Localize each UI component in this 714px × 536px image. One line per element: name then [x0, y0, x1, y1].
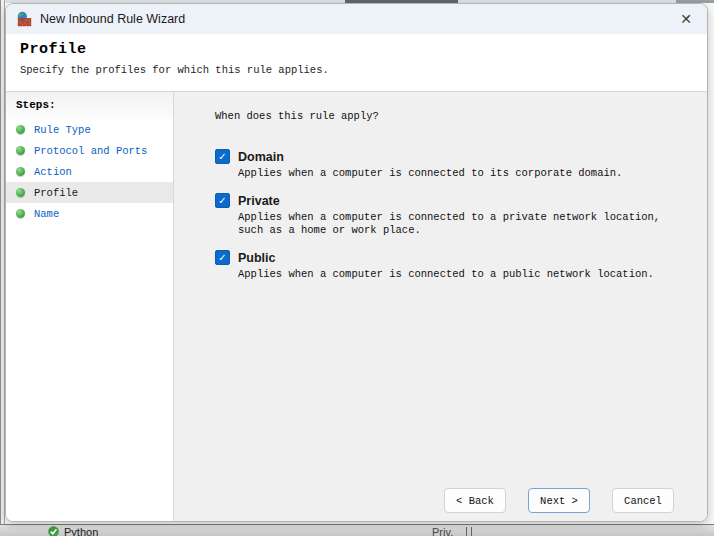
step-label: Protocol and Ports: [34, 145, 147, 157]
step-bullet-icon: [16, 125, 25, 134]
step-bullet-icon: [16, 167, 25, 176]
step-label: Action: [34, 166, 72, 178]
step-bullet-icon: [16, 209, 25, 218]
wizard-header: Profile Specify the profiles for which t…: [6, 34, 707, 92]
wizard-body: Steps: Rule Type Protocol and Ports Acti…: [6, 92, 707, 521]
step-bullet-icon: [16, 188, 25, 197]
window-title: New Inbound Rule Wizard: [40, 12, 185, 26]
question-text: When does this rule apply?: [215, 110, 687, 122]
option-label-public[interactable]: Public: [238, 251, 276, 265]
step-item-action[interactable]: Action: [6, 161, 173, 182]
statusbar-app-status: Python: [48, 526, 98, 536]
steps-heading: Steps:: [6, 92, 173, 119]
page-subtitle: Specify the profiles for which this rule…: [20, 64, 693, 76]
step-item-profile-current[interactable]: Profile: [6, 182, 173, 203]
domain-checkbox[interactable]: ✓: [215, 149, 230, 164]
firewall-icon: [16, 11, 32, 27]
status-check-icon: [48, 526, 59, 536]
option-description: Applies when a computer is connected to …: [238, 268, 687, 281]
step-label: Rule Type: [34, 124, 91, 136]
next-button[interactable]: Next >: [528, 488, 590, 513]
step-item-protocol-and-ports[interactable]: Protocol and Ports: [6, 140, 173, 161]
check-icon: ✓: [218, 253, 226, 263]
close-button[interactable]: ✕: [665, 4, 707, 34]
status-right-label: Priv.: [432, 526, 453, 536]
cancel-button[interactable]: Cancel: [612, 488, 674, 513]
step-item-rule-type[interactable]: Rule Type: [6, 119, 173, 140]
background-statusbar: Python Priv.: [0, 524, 714, 536]
page-title: Profile: [20, 41, 693, 58]
window-titlebar[interactable]: New Inbound Rule Wizard ✕: [6, 4, 707, 34]
check-icon: ✓: [218, 196, 226, 206]
public-checkbox[interactable]: ✓: [215, 250, 230, 265]
option-label-domain[interactable]: Domain: [238, 150, 284, 164]
wizard-button-row: < Back Next > Cancel: [444, 488, 674, 513]
step-item-name[interactable]: Name: [6, 203, 173, 224]
new-inbound-rule-wizard-dialog: New Inbound Rule Wizard ✕ Profile Specif…: [5, 3, 708, 522]
option-description: Applies when a computer is connected to …: [238, 167, 687, 180]
content-panel: When does this rule apply? ✓ Domain Appl…: [174, 92, 707, 521]
close-icon: ✕: [680, 11, 692, 27]
step-label: Name: [34, 208, 59, 220]
step-label: Profile: [34, 187, 78, 199]
step-bullet-icon: [16, 146, 25, 155]
private-checkbox[interactable]: ✓: [215, 193, 230, 208]
option-domain: ✓ Domain Applies when a computer is conn…: [215, 149, 687, 180]
option-label-private[interactable]: Private: [238, 194, 280, 208]
statusbar-grip: [466, 527, 472, 536]
option-private: ✓ Private Applies when a computer is con…: [215, 193, 687, 237]
option-public: ✓ Public Applies when a computer is conn…: [215, 250, 687, 281]
option-description: Applies when a computer is connected to …: [238, 211, 687, 237]
steps-panel: Steps: Rule Type Protocol and Ports Acti…: [6, 92, 174, 521]
status-app-label: Python: [64, 526, 98, 536]
back-button[interactable]: < Back: [444, 488, 506, 513]
check-icon: ✓: [218, 152, 226, 162]
